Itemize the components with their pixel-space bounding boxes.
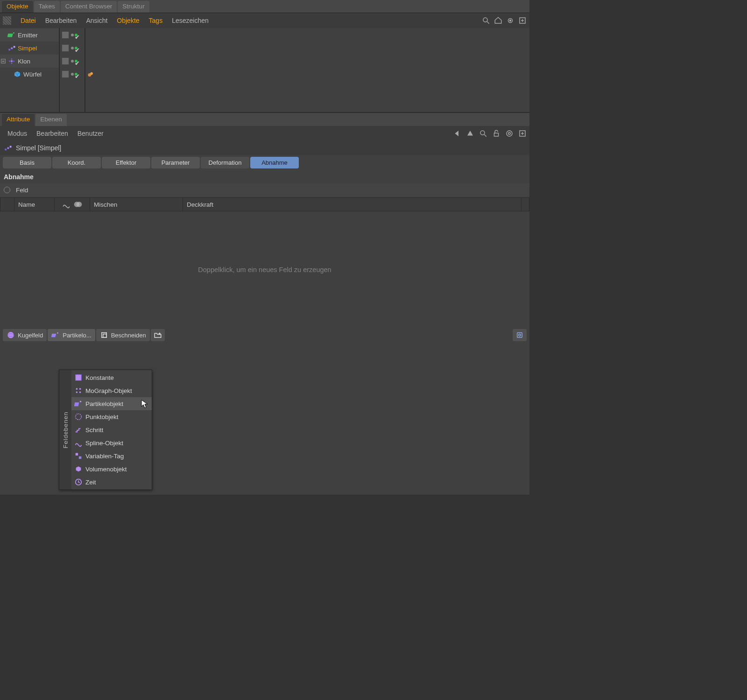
popup-item-konstante[interactable]: Konstante [71, 371, 152, 384]
point-icon [74, 413, 83, 421]
menu-objekte[interactable]: Objekte [112, 13, 144, 28]
eye-icon[interactable] [506, 16, 514, 25]
menu-datei[interactable]: Datei [16, 13, 41, 28]
popup-item-variablen[interactable]: Variablen-Tag [71, 449, 152, 462]
btm-kugelfeld[interactable]: Kugelfeld [3, 329, 47, 341]
atab-abnahme[interactable]: Abnahme [250, 157, 299, 168]
expand-icon[interactable] [518, 16, 527, 25]
svg-point-46 [79, 392, 81, 393]
menu-lesezeichen[interactable]: Lesezeichen [167, 13, 213, 28]
tree-row-emitter[interactable]: Emitter [0, 28, 59, 42]
popup-item-spline[interactable]: Spline-Objekt [71, 436, 152, 449]
menu-benutzer[interactable]: Benutzer [73, 126, 108, 141]
new-window-icon[interactable] [518, 129, 527, 138]
visibility-dots-icon[interactable]: ✔ [71, 60, 78, 63]
popup-item-mograph[interactable]: MoGraph-Objekt [71, 384, 152, 397]
grid-header-deckkraft[interactable]: Deckkraft [183, 198, 521, 211]
popup-item-schritt[interactable]: Schritt [71, 423, 152, 436]
svg-point-19 [480, 131, 485, 135]
tree-label: Würfel [23, 71, 42, 78]
up-arrow-icon[interactable] [466, 129, 474, 138]
target-icon[interactable] [505, 129, 514, 138]
grid-body[interactable]: Doppelklick, um ein neues Feld zu erzeug… [0, 211, 529, 328]
btm-label: Beschneiden [111, 332, 146, 339]
panel-options-icon[interactable] [3, 16, 11, 25]
tree-label: Klon [18, 58, 30, 65]
feld-radio[interactable] [4, 187, 10, 193]
menu-modus[interactable]: Modus [3, 126, 32, 141]
btm-add-folder[interactable] [151, 329, 165, 341]
tab-attribute[interactable]: Attribute [2, 114, 35, 126]
tree-row-simpel[interactable]: Simpel [0, 42, 59, 55]
tab-takes[interactable]: Takes [34, 1, 60, 13]
tree-row-cube[interactable]: Würfel [0, 68, 59, 81]
svg-rect-47 [74, 402, 79, 406]
curve-icon [62, 200, 71, 209]
volume-icon [74, 465, 83, 473]
grid-header-name[interactable]: Name [14, 198, 55, 211]
tab-objekte[interactable]: Objekte [2, 1, 33, 13]
layer-tag-icon[interactable] [62, 57, 69, 65]
grid-header-gap [0, 198, 14, 211]
top-tab-bar: Objekte Takes Content Browser Struktur [0, 0, 529, 13]
tree-collapse-icon[interactable]: − [1, 59, 6, 63]
material-tag-icon[interactable] [87, 71, 94, 77]
atab-basis[interactable]: Basis [3, 157, 51, 168]
atab-koord[interactable]: Koord. [52, 157, 101, 168]
popup-item-partikelobjekt[interactable]: Partikelobjekt [71, 397, 152, 410]
spline-icon [74, 439, 83, 447]
layer-tag-icon[interactable] [62, 31, 69, 39]
grid-header-mischen[interactable]: Mischen [90, 198, 183, 211]
tab-struktur[interactable]: Struktur [118, 1, 149, 13]
btm-beschneiden[interactable]: Beschneiden [96, 329, 150, 341]
tab-content-browser[interactable]: Content Browser [61, 1, 117, 13]
svg-rect-27 [5, 149, 7, 151]
bottom-toolbar: Kugelfeld Partikelo... Beschneiden [0, 328, 529, 342]
cube-icon [13, 70, 21, 78]
add-folder-icon [154, 331, 162, 339]
feld-label: Feld [16, 187, 28, 194]
visibility-dots-icon[interactable]: ✔ [71, 34, 78, 36]
svg-point-49 [76, 414, 82, 420]
svg-rect-36 [101, 333, 106, 338]
feld-row: Feld [0, 183, 529, 196]
menu-bearbeiten[interactable]: Bearbeiten [41, 13, 82, 28]
atab-parameter[interactable]: Parameter [151, 157, 200, 168]
grid-header-icons[interactable] [55, 198, 90, 211]
svg-rect-21 [494, 133, 499, 136]
tab-ebenen[interactable]: Ebenen [35, 114, 67, 126]
btm-partikelobjekt[interactable]: Partikelo... [48, 329, 95, 341]
layer-tag-icon[interactable] [62, 44, 69, 52]
menu-bearbeiten[interactable]: Bearbeiten [32, 126, 73, 141]
objects-menubar: Datei Bearbeiten Ansicht Objekte Tags Le… [0, 13, 529, 28]
object-header-title: Simpel [Simpel] [16, 144, 61, 152]
layer-tag-icon[interactable] [62, 70, 69, 78]
visibility-dots-icon[interactable]: ✔ [71, 47, 78, 49]
emitter-icon [7, 31, 16, 39]
svg-point-15 [11, 58, 13, 60]
svg-line-1 [487, 21, 489, 24]
lock-icon[interactable] [492, 129, 500, 138]
popup-item-punktobjekt[interactable]: Punktobjekt [71, 410, 152, 423]
svg-rect-9 [8, 49, 10, 51]
btm-settings[interactable] [513, 329, 527, 341]
mograph-icon [74, 386, 83, 395]
menu-ansicht[interactable]: Ansicht [81, 13, 112, 28]
popup-list: Konstante MoGraph-Objekt Partikelobjekt … [71, 370, 152, 490]
effector-icon [7, 44, 16, 52]
search-icon[interactable] [479, 129, 487, 138]
atab-effektor[interactable]: Effektor [102, 157, 150, 168]
home-icon[interactable] [494, 16, 502, 25]
tree-row-klon[interactable]: − Klon [0, 55, 59, 68]
popup-item-volumen[interactable]: Volumenobjekt [71, 462, 152, 476]
constant-icon [74, 373, 83, 382]
atab-deformation[interactable]: Deformation [201, 157, 249, 168]
back-arrow-icon[interactable] [453, 129, 461, 138]
svg-rect-50 [76, 453, 78, 455]
visibility-dots-icon[interactable]: ✔ [71, 73, 78, 76]
svg-point-32 [7, 332, 14, 338]
sphere-field-icon [7, 331, 15, 339]
menu-tags[interactable]: Tags [144, 13, 168, 28]
popup-item-zeit[interactable]: Zeit [71, 476, 152, 489]
search-icon[interactable] [482, 16, 490, 25]
